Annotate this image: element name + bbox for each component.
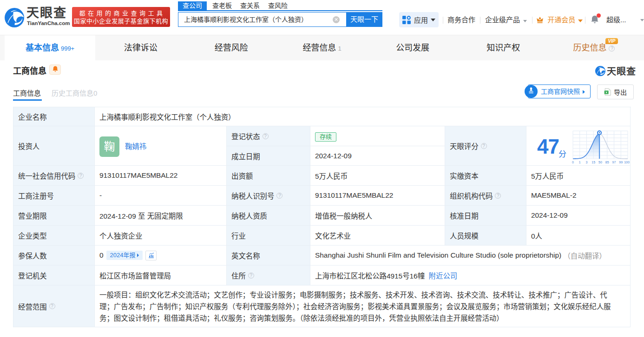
svg-text:50: 50 — [598, 161, 602, 164]
svg-text:85: 85 — [605, 161, 609, 164]
svg-text:15: 15 — [591, 161, 595, 164]
svg-text:99: 99 — [619, 161, 623, 164]
svg-text:97: 97 — [612, 161, 616, 164]
svg-text:100: 100 — [624, 161, 630, 164]
svg-text:3: 3 — [586, 161, 588, 164]
svg-text:1: 1 — [579, 161, 581, 164]
svg-text:0: 0 — [572, 161, 574, 164]
